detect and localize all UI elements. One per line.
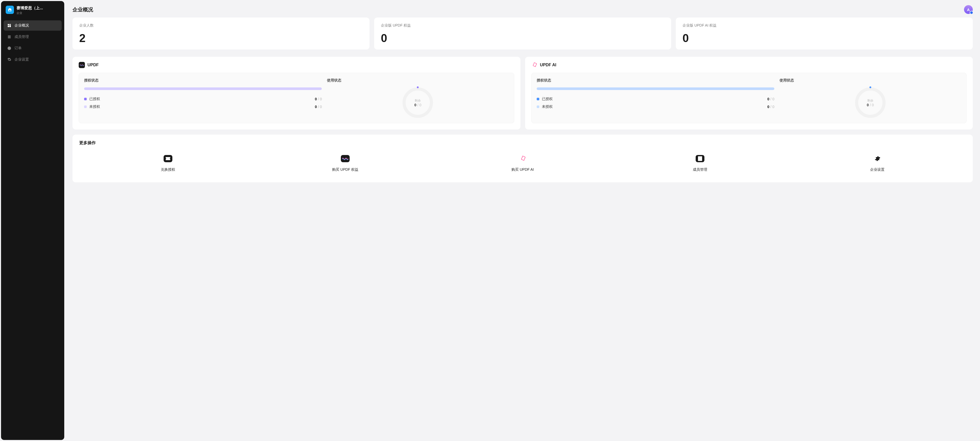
stat-value: 0 [682, 32, 966, 44]
actions-row: 兑换授权 购买 UPDF 权益 [79, 152, 966, 174]
remaining-value: 0 / 0 [867, 103, 874, 107]
usage-title: 使用状态 [780, 78, 794, 83]
auth-title: 授权状态 [537, 78, 774, 83]
ticket-icon [164, 155, 172, 162]
auth-panel: 授权状态 已授权 0 / 0 [84, 78, 322, 118]
action-label: 购买 UPDF 权益 [332, 167, 358, 172]
product-card-updf-ai: UPDF AI 授权状态 已授权 0 / 0 [525, 57, 973, 130]
stats-row: 企业人数 2 企业版 UPDF 权益 0 企业版 UPDF AI 权益 0 [73, 17, 973, 49]
sidebar-header: 赛博爱思（上... 企业 [3, 6, 62, 19]
updf-ai-icon [531, 62, 538, 68]
auth-progress-bar [84, 87, 322, 90]
avatar[interactable]: A [964, 5, 973, 14]
stat-label: 企业版 UPDF 权益 [381, 23, 664, 28]
stat-value: 2 [79, 32, 363, 44]
sidebar-item-label: 订单 [14, 46, 22, 51]
legend-value: 0 / 0 [767, 97, 774, 101]
stat-value: 0 [381, 32, 664, 44]
sidebar-nav: 企业概况 成员管理 订单 企业设置 [3, 21, 62, 65]
stat-label: 企业人数 [79, 23, 363, 28]
main: 企业概况 A 企业人数 2 企业版 UPDF 权益 0 企业版 UPDF AI … [65, 0, 980, 441]
stat-card-members: 企业人数 2 [73, 17, 369, 49]
legend-label: 未授权 [542, 105, 553, 109]
sidebar: 赛博爱思（上... 企业 企业概况 成员管理 订单 [1, 1, 64, 440]
remaining-label: 剩余 [867, 98, 873, 103]
auth-progress-bar [537, 87, 774, 90]
auth-panel: 授权状态 已授权 0 / 0 [537, 78, 774, 118]
usage-panel: 使用状态 剩余 0 / 0 [780, 78, 961, 118]
usage-donut: 剩余 0 / 0 [402, 87, 433, 118]
product-title: UPDF AI [540, 63, 556, 67]
org-logo-icon [6, 6, 14, 14]
sidebar-item-overview[interactable]: 企业概况 [3, 21, 62, 31]
org-type: 企业 [16, 11, 43, 15]
actions-title: 更多操作 [79, 140, 966, 146]
legend-label: 未授权 [89, 105, 100, 109]
product-header: UPDF AI [531, 62, 967, 68]
action-label: 企业设置 [870, 167, 885, 172]
usage-title: 使用状态 [327, 78, 341, 83]
action-label: 兑换授权 [161, 167, 175, 172]
action-redeem[interactable]: 兑换授权 [79, 152, 256, 174]
stat-label: 企业版 UPDF AI 权益 [682, 23, 966, 28]
legend-label: 已授权 [89, 97, 100, 102]
stat-card-updf: 企业版 UPDF 权益 0 [374, 17, 671, 49]
orders-icon [7, 46, 11, 50]
action-buy-updf[interactable]: 购买 UPDF 权益 [256, 152, 434, 174]
legend-swatch-icon [84, 98, 87, 100]
action-label: 成员管理 [693, 167, 707, 172]
remaining-label: 剩余 [415, 98, 421, 103]
dashboard-icon [7, 24, 11, 28]
updf-icon [79, 62, 85, 68]
action-settings[interactable]: 企业设置 [789, 152, 966, 174]
legend-value: 0 / 0 [315, 97, 322, 101]
legend-value: 0 / 0 [767, 105, 774, 109]
avatar-letter: A [967, 8, 970, 12]
legend-swatch-icon [537, 98, 539, 100]
legend-unauthorized: 未授权 0 / 0 [537, 103, 774, 111]
gear-icon [7, 57, 11, 62]
remaining-value: 0 / 0 [414, 103, 422, 107]
updf-ai-icon [519, 155, 527, 162]
action-label: 购买 UPDF AI [511, 167, 534, 172]
usage-donut: 剩余 0 / 0 [855, 87, 886, 118]
action-buy-updf-ai[interactable]: 购买 UPDF AI [434, 152, 611, 174]
product-body: 授权状态 已授权 0 / 0 [79, 73, 514, 123]
legend-authorized: 已授权 0 / 0 [84, 95, 322, 103]
auth-title: 授权状态 [84, 78, 322, 83]
action-members[interactable]: 成员管理 [611, 152, 789, 174]
avatar-badge-icon [970, 11, 973, 14]
sidebar-item-label: 企业概况 [14, 23, 29, 28]
legend-label: 已授权 [542, 97, 553, 102]
document-icon [696, 155, 705, 162]
usage-panel: 使用状态 剩余 0 / 0 [327, 78, 509, 118]
legend-value: 0 / 0 [315, 105, 322, 109]
sidebar-item-label: 企业设置 [14, 57, 29, 62]
org-info: 赛博爱思（上... 企业 [16, 6, 43, 15]
actions-card: 更多操作 兑换授权 购买 UPDF 权益 [73, 135, 973, 182]
legend-authorized: 已授权 0 / 0 [537, 95, 774, 103]
legend-unauthorized: 未授权 0 / 0 [84, 103, 322, 111]
sidebar-item-members[interactable]: 成员管理 [3, 32, 62, 42]
product-card-updf: UPDF 授权状态 已授权 0 / 0 [73, 57, 520, 130]
product-header: UPDF [79, 62, 514, 68]
sidebar-item-label: 成员管理 [14, 35, 29, 39]
page-header: 企业概况 A [73, 5, 973, 14]
stat-card-updf-ai: 企业版 UPDF AI 权益 0 [676, 17, 973, 49]
page-title: 企业概况 [73, 6, 93, 13]
updf-icon [341, 155, 350, 162]
legend-swatch-icon [84, 105, 87, 108]
legend-swatch-icon [537, 105, 539, 108]
users-icon [7, 35, 11, 39]
product-title: UPDF [88, 63, 99, 67]
sidebar-item-orders[interactable]: 订单 [3, 43, 62, 53]
org-name: 赛博爱思（上... [16, 6, 43, 11]
gear-icon [873, 155, 882, 162]
products-row: UPDF 授权状态 已授权 0 / 0 [73, 57, 973, 130]
product-body: 授权状态 已授权 0 / 0 [531, 73, 967, 123]
sidebar-item-settings[interactable]: 企业设置 [3, 54, 62, 65]
